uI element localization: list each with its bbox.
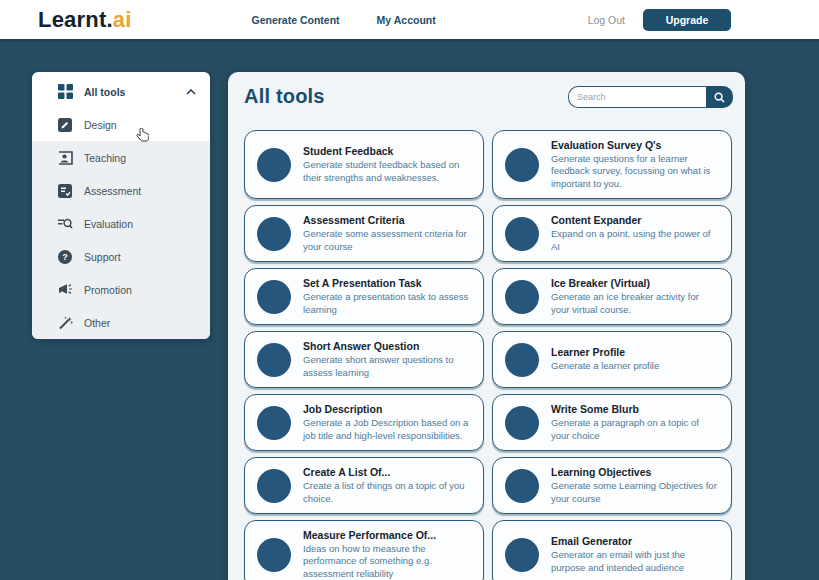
tool-card-title: Job Description	[303, 403, 471, 415]
tool-card-content-expander[interactable]: Content Expander Expand on a point, usin…	[492, 205, 732, 262]
tool-icon-circle	[257, 217, 291, 251]
magic-wand-icon	[57, 315, 73, 331]
tool-card-title: Learning Objectives	[551, 466, 719, 478]
tool-card-description: Generate a Job Description based on a jo…	[303, 417, 471, 442]
tool-card-description: Generate short answer questions to asses…	[303, 354, 471, 379]
search-icon	[714, 92, 725, 103]
tool-icon-circle	[257, 148, 291, 182]
sidebar-item-other[interactable]: Other	[32, 306, 210, 339]
brand-logo[interactable]: Learnt.ai	[38, 7, 132, 33]
tool-card-create-a-list-of[interactable]: Create A List Of... Create a list of thi…	[244, 457, 484, 514]
tool-card-description: Generate student feedback based on their…	[303, 159, 471, 184]
tool-card-description: Generate some Learning Objectives for yo…	[551, 480, 719, 505]
grid-icon	[57, 84, 73, 100]
tool-card-title: Create A List Of...	[303, 466, 471, 478]
sidebar-item-label: Teaching	[84, 152, 126, 164]
page-title: All tools	[244, 85, 325, 108]
tool-card-learning-objectives[interactable]: Learning Objectives Generate some Learni…	[492, 457, 732, 514]
brand-logo-dark: Learnt.	[38, 7, 113, 32]
tool-card-description: Generate questions for a learner feedbac…	[551, 153, 719, 190]
sidebar-item-label: Promotion	[84, 284, 132, 296]
tool-icon-circle	[505, 343, 539, 377]
pencil-icon	[57, 117, 73, 133]
tool-icon-circle	[257, 538, 291, 572]
tool-card-learner-profile[interactable]: Learner Profile Generate a learner profi…	[492, 331, 732, 388]
tool-icon-circle	[505, 217, 539, 251]
tool-card-job-description[interactable]: Job Description Generate a Job Descripti…	[244, 394, 484, 451]
sidebar-item-evaluation[interactable]: Evaluation	[32, 207, 210, 240]
sidebar-item-support[interactable]: ? Support	[32, 240, 210, 273]
tool-card-description: Generate some assessment criteria for yo…	[303, 228, 471, 253]
sidebar-item-label: Assessment	[84, 185, 141, 197]
tool-card-title: Learner Profile	[551, 346, 659, 358]
sidebar-item-label: Other	[84, 317, 110, 329]
logout-link[interactable]: Log Out	[588, 14, 625, 26]
tool-icon-circle	[257, 406, 291, 440]
tool-card-student-feedback[interactable]: Student Feedback Generate student feedba…	[244, 130, 484, 199]
chevron-up-icon	[186, 89, 196, 95]
sidebar-item-label: All tools	[84, 86, 125, 98]
tool-card-description: Generator an email with just the purpose…	[551, 549, 719, 574]
tools-grid: Student Feedback Generate student feedba…	[228, 128, 745, 580]
tool-icon-circle	[257, 469, 291, 503]
tool-card-title: Content Expander	[551, 214, 719, 226]
nav-generate-content[interactable]: Generate Content	[252, 14, 340, 26]
tool-icon-circle	[505, 538, 539, 572]
upgrade-button[interactable]: Upgrade	[643, 9, 731, 31]
panel-header: All tools	[228, 72, 745, 128]
sidebar-item-all-tools[interactable]: All tools	[32, 75, 210, 108]
tool-icon-circle	[505, 469, 539, 503]
sidebar-lower-group: Teaching Assessment Evaluation ? Support…	[32, 141, 210, 339]
svg-text:?: ?	[62, 252, 68, 262]
tool-card-description: Generate a presentation task to assess l…	[303, 291, 471, 316]
search-input[interactable]	[568, 86, 706, 108]
tool-card-description: Expand on a point, using the power of AI	[551, 228, 719, 253]
tool-card-title: Write Some Blurb	[551, 403, 719, 415]
tool-icon-circle	[505, 280, 539, 314]
sidebar-item-assessment[interactable]: Assessment	[32, 174, 210, 207]
tool-card-description: Create a list of things on a topic of yo…	[303, 480, 471, 505]
tool-card-email-generator[interactable]: Email Generator Generator an email with …	[492, 520, 732, 580]
tool-icon-circle	[257, 280, 291, 314]
tool-card-set-a-presentation-task[interactable]: Set A Presentation Task Generate a prese…	[244, 268, 484, 325]
tool-card-description: Ideas on how to measure the performance …	[303, 543, 471, 580]
tool-card-measure-performance-of[interactable]: Measure Performance Of... Ideas on how t…	[244, 520, 484, 580]
top-header: Learnt.ai Generate Content My Account Lo…	[0, 0, 819, 42]
tool-card-description: Generate a learner profile	[551, 360, 659, 372]
tool-card-title: Short Answer Question	[303, 340, 471, 352]
sidebar-item-promotion[interactable]: Promotion	[32, 273, 210, 306]
tool-card-title: Measure Performance Of...	[303, 529, 471, 541]
question-circle-icon: ?	[57, 249, 73, 265]
tool-card-assessment-criteria[interactable]: Assessment Criteria Generate some assess…	[244, 205, 484, 262]
brand-logo-accent: ai	[113, 7, 132, 32]
tool-icon-circle	[505, 148, 539, 182]
tool-icon-circle	[257, 343, 291, 377]
tool-card-title: Email Generator	[551, 535, 719, 547]
sidebar-item-design[interactable]: Design	[32, 108, 210, 141]
tool-card-ice-breaker-virtual[interactable]: Ice Breaker (Virtual) Generate an ice br…	[492, 268, 732, 325]
search-button[interactable]	[706, 86, 733, 108]
tool-card-title: Evaluation Survey Q's	[551, 139, 719, 151]
tool-card-title: Ice Breaker (Virtual)	[551, 277, 719, 289]
header-right: Log Out Upgrade	[588, 9, 731, 31]
tool-card-evaluation-survey-qs[interactable]: Evaluation Survey Q's Generate questions…	[492, 130, 732, 199]
megaphone-icon	[57, 282, 73, 298]
sidebar: All tools Design Teaching Assessment E	[32, 72, 210, 339]
person-card-icon	[57, 150, 73, 166]
tool-card-short-answer-question[interactable]: Short Answer Question Generate short ans…	[244, 331, 484, 388]
search-bar	[568, 86, 733, 108]
tool-card-description: Generate an ice breaker activity for you…	[551, 291, 719, 316]
tool-card-write-some-blurb[interactable]: Write Some Blurb Generate a paragraph on…	[492, 394, 732, 451]
sidebar-item-teaching[interactable]: Teaching	[32, 141, 210, 174]
nav-my-account[interactable]: My Account	[377, 14, 436, 26]
tool-card-title: Student Feedback	[303, 145, 471, 157]
tool-icon-circle	[505, 406, 539, 440]
checklist-icon	[57, 183, 73, 199]
tool-card-description: Generate a paragraph on a topic of your …	[551, 417, 719, 442]
sidebar-item-label: Evaluation	[84, 218, 133, 230]
header-nav: Generate Content My Account	[252, 14, 436, 26]
sidebar-item-label: Support	[84, 251, 121, 263]
sidebar-item-label: Design	[84, 119, 117, 131]
search-list-icon	[57, 216, 73, 232]
tools-panel: All tools Student Feedback Generate stud…	[228, 72, 745, 580]
